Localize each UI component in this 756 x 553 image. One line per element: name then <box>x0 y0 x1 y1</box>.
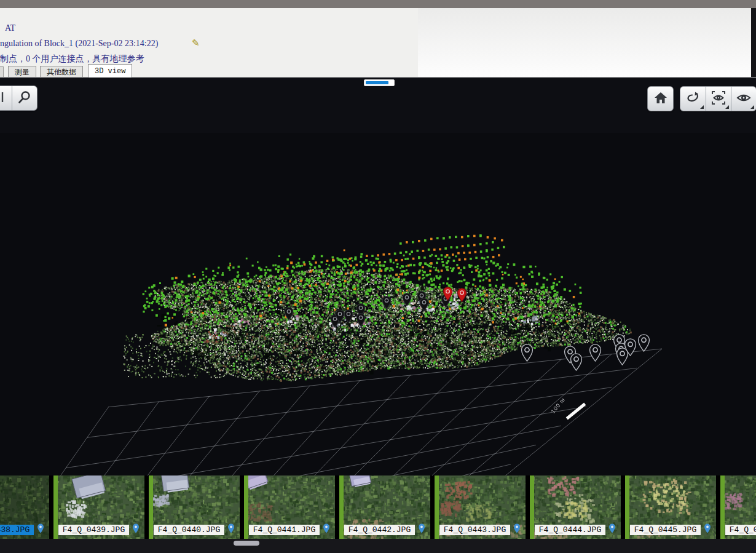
geotag-pin-icon <box>513 523 521 536</box>
orbit-icon <box>685 90 701 108</box>
viewport-toolbar-view <box>680 86 756 111</box>
photo-filmstrip: F4_Q_0438.JPGF4_Q_0439.JPGF4_Q_0440.JPGF… <box>0 475 756 539</box>
app-window: AT ngulation of Block_1 (2021-Sep-02 23:… <box>0 0 756 553</box>
thumbnail-label-row: F4_Q_0438.JPG <box>0 523 49 536</box>
photo-thumbnail[interactable]: F4_Q_0443.JPG <box>435 475 526 539</box>
home-button[interactable] <box>648 87 673 111</box>
geotag-pin-icon <box>323 523 330 536</box>
tab-measure[interactable]: 测量 <box>8 66 36 78</box>
clipped-tool-button[interactable] <box>0 86 12 110</box>
window-right-edge <box>751 8 756 77</box>
photo-thumbnail[interactable]: F4_Q_0445.JPG <box>625 475 716 539</box>
block-summary: 制点，0 个用户连接点，具有地理参考 <box>0 54 144 65</box>
thumbnail-filename: F4_Q_0443.JPG <box>439 525 510 535</box>
camera-pin-icon[interactable] <box>284 307 294 323</box>
geotag-pin-icon <box>37 523 44 536</box>
thumbnail-filename: F4_Q_0442.JPG <box>344 525 415 535</box>
3d-viewport[interactable]: 100 m <box>0 77 756 475</box>
magnifier-icon <box>17 90 32 107</box>
camera-pin-outline-icon[interactable] <box>570 353 583 373</box>
camera-pin-icon[interactable] <box>382 296 392 312</box>
thumbnail-label-row: F4_Q_0441.JPG <box>244 523 335 536</box>
project-node-label: AT <box>5 23 15 33</box>
control-point-pin-icon[interactable] <box>457 288 467 304</box>
thumbnail-label-row: F4_Q_0440.JPG <box>149 523 240 536</box>
camera-pin-icon[interactable] <box>356 313 366 329</box>
camera-pin-icon[interactable] <box>344 309 353 325</box>
viewport-toolbar-home <box>647 86 674 111</box>
camera-pin-outline-icon[interactable] <box>624 338 637 359</box>
camera-pin-icon[interactable] <box>402 293 412 309</box>
thumbnail-label-row: F4_Q_0442.JPG <box>339 523 430 536</box>
geotag-pin-icon <box>608 523 616 536</box>
thumbnail-filename: F4_Q_0439.JPG <box>58 525 129 535</box>
progress-indicator <box>364 79 395 86</box>
dropdown-corner-icon[interactable] <box>725 105 729 109</box>
dropdown-corner-icon[interactable] <box>700 105 704 109</box>
orbit-button[interactable] <box>680 87 706 111</box>
thumbnail-filename: F4_Q_0438.JPG <box>0 525 34 535</box>
camera-pin-icon[interactable] <box>419 298 429 314</box>
photo-thumbnail[interactable]: F4_Q_0438.JPG <box>0 475 49 539</box>
view-focus-button[interactable] <box>706 87 731 111</box>
visibility-button[interactable] <box>731 87 756 111</box>
eye-brackets-icon <box>710 89 727 109</box>
photo-thumbnail[interactable]: F4_Q_0441.JPG <box>244 475 335 539</box>
tab-other-data[interactable]: 其他数据 <box>40 66 83 78</box>
thumbnail-label-row: F4_Q_0443.JPG <box>435 523 526 536</box>
camera-pin-outline-icon[interactable] <box>589 344 602 364</box>
tab-clipped-stub[interactable] <box>0 66 4 78</box>
geotag-pin-icon <box>132 523 140 536</box>
block-title: ngulation of Block_1 (2021-Sep-02 23:14:… <box>0 39 158 49</box>
viewport-toolbar-left <box>0 86 37 111</box>
tab-bar: 测量其他数据3D view <box>0 64 418 78</box>
photo-thumbnail[interactable]: F4_Q_0439.JPG <box>53 475 144 539</box>
partial-icon <box>0 90 6 106</box>
photo-thumbnail[interactable]: F4_Q_0444.JPG <box>530 475 621 539</box>
geotag-pin-icon <box>227 523 235 536</box>
geotag-pin-icon <box>418 523 425 536</box>
thumbnail-filename: F4_Q_0446.JPG <box>725 525 756 535</box>
progress-fill <box>366 81 388 84</box>
thumbnail-filename: F4_Q_0441.JPG <box>249 525 320 535</box>
thumbnail-label-row: F4_Q_0446.JPG <box>720 523 756 536</box>
dropdown-corner-icon[interactable] <box>750 105 754 109</box>
tab-3d-view[interactable]: 3D view <box>88 64 132 78</box>
thumbnail-filename: F4_Q_0440.JPG <box>154 525 224 535</box>
filmstrip-scrollbar-track[interactable] <box>0 539 756 553</box>
point-cloud-canvas[interactable] <box>0 78 756 475</box>
eye-icon <box>736 90 752 108</box>
window-title-strip <box>0 0 756 8</box>
camera-pin-outline-icon[interactable] <box>521 344 534 364</box>
pencil-icon[interactable]: ✎ <box>192 38 200 49</box>
thumbnail-filename: F4_Q_0445.JPG <box>630 525 701 535</box>
photo-thumbnail[interactable]: F4_Q_0442.JPG <box>339 475 430 539</box>
thumbnail-label-row: F4_Q_0444.JPG <box>530 523 621 536</box>
thumbnail-filename: F4_Q_0444.JPG <box>535 525 605 535</box>
home-icon <box>653 90 668 108</box>
camera-pin-outline-icon[interactable] <box>637 334 650 354</box>
photo-thumbnail[interactable]: F4_Q_0440.JPG <box>149 475 240 539</box>
geotag-pin-icon <box>704 523 711 536</box>
control-point-pin-icon[interactable] <box>443 287 453 303</box>
zoom-tool-button[interactable] <box>12 86 37 110</box>
thumbnail-label-row: F4_Q_0445.JPG <box>625 523 716 536</box>
filmstrip-scrollbar-thumb[interactable] <box>234 541 259 546</box>
thumbnail-label-row: F4_Q_0439.JPG <box>53 523 144 536</box>
photo-thumbnail[interactable]: F4_Q_0446.JPG <box>720 475 756 539</box>
